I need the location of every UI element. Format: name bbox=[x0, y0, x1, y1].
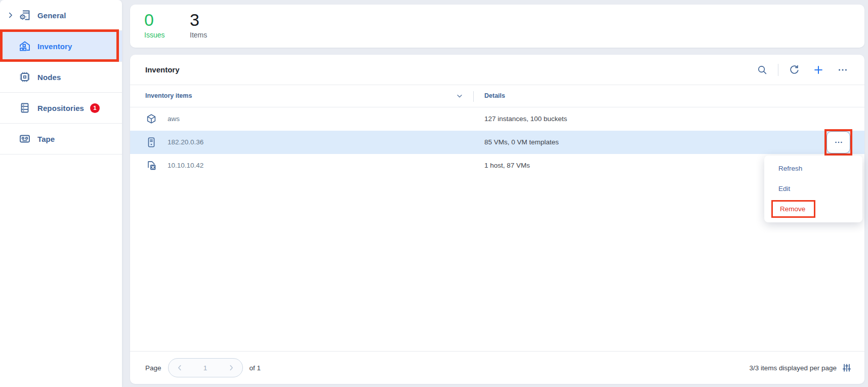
item-details: 127 instances, 100 buckets bbox=[484, 115, 567, 123]
sliders-icon[interactable] bbox=[842, 363, 851, 372]
chevron-right-icon[interactable] bbox=[7, 12, 14, 19]
item-name: aws bbox=[168, 115, 180, 123]
plus-icon bbox=[813, 64, 824, 75]
add-button[interactable] bbox=[810, 61, 827, 79]
column-divider bbox=[473, 91, 474, 102]
sidebar: General Inventory Nodes bbox=[0, 0, 122, 387]
items-count: 3 bbox=[190, 10, 235, 29]
chevron-down-icon[interactable] bbox=[456, 93, 463, 100]
items-label: Items bbox=[190, 31, 235, 39]
sidebar-item-nodes[interactable]: Nodes bbox=[0, 62, 122, 93]
column-header-inventory-items[interactable]: Inventory items bbox=[145, 92, 192, 99]
sidebar-item-label: Repositories bbox=[37, 104, 84, 112]
sidebar-item-tape[interactable]: Tape bbox=[0, 124, 122, 154]
tape-cassette-icon bbox=[18, 132, 31, 145]
row-actions-button[interactable] bbox=[826, 131, 850, 153]
page-of-label: of 1 bbox=[250, 364, 261, 372]
sidebar-item-label: General bbox=[37, 11, 66, 20]
refresh-icon bbox=[789, 64, 800, 75]
page-number-input[interactable] bbox=[195, 364, 216, 372]
menu-item-remove[interactable]: Remove bbox=[764, 199, 862, 219]
menu-item-label: Refresh bbox=[778, 165, 802, 172]
items-summary: 3/3 items displayed per page bbox=[749, 364, 837, 372]
sidebar-item-label: Inventory bbox=[37, 42, 72, 51]
cube-icon bbox=[145, 113, 157, 125]
sidebar-item-repositories[interactable]: Repositories 1 bbox=[0, 93, 122, 124]
sidebar-item-inventory[interactable]: Inventory bbox=[0, 31, 122, 62]
table-row-aws[interactable]: aws 127 instances, 100 buckets bbox=[130, 107, 864, 131]
search-icon bbox=[757, 64, 768, 75]
page-pill bbox=[168, 358, 243, 377]
item-name: 182.20.0.36 bbox=[168, 138, 203, 146]
column-header-details[interactable]: Details bbox=[484, 92, 505, 99]
menu-item-refresh[interactable]: Refresh bbox=[764, 158, 862, 178]
panel-header: Inventory bbox=[130, 55, 864, 85]
items-stat: 3 Items bbox=[190, 10, 235, 48]
summary-stats-card: 0 Issues 3 Items bbox=[130, 5, 864, 48]
page-title: Inventory bbox=[145, 65, 180, 74]
item-name: 10.10.10.42 bbox=[168, 162, 203, 169]
toolbar-divider bbox=[778, 64, 778, 76]
inventory-panel: Inventory bbox=[130, 55, 864, 384]
row-context-menu: Refresh Edit Remove bbox=[764, 156, 862, 222]
database-icon bbox=[18, 101, 31, 114]
item-details: 1 host, 87 VMs bbox=[484, 162, 530, 169]
annotation-box-remove: Remove bbox=[771, 200, 815, 218]
issues-stat: 0 Issues bbox=[144, 10, 190, 48]
menu-item-label: Edit bbox=[778, 185, 790, 192]
pagination: Page of 1 bbox=[145, 358, 261, 377]
search-button[interactable] bbox=[754, 61, 771, 79]
item-details: 85 VMs, 0 VM templates bbox=[484, 138, 559, 146]
refresh-button[interactable] bbox=[786, 61, 803, 79]
table-footer: Page of 1 3/3 items displayed per page bbox=[130, 351, 864, 384]
server-icon bbox=[145, 136, 157, 148]
more-actions-button[interactable] bbox=[834, 61, 851, 79]
items-per-page: 3/3 items displayed per page bbox=[749, 363, 851, 372]
table-row-182-20-0-36[interactable]: 182.20.0.36 85 VMs, 0 VM templates bbox=[130, 131, 864, 154]
issues-label: Issues bbox=[144, 31, 190, 39]
table-header-row: Inventory items Details bbox=[130, 85, 864, 107]
menu-item-edit[interactable]: Edit bbox=[764, 178, 862, 199]
ellipsis-icon bbox=[837, 64, 848, 75]
ellipsis-icon bbox=[834, 137, 844, 147]
sidebar-item-label: Tape bbox=[37, 135, 55, 143]
sidebar-item-label: Nodes bbox=[37, 73, 61, 82]
repositories-count-badge: 1 bbox=[90, 103, 100, 113]
warehouse-icon bbox=[18, 40, 31, 53]
page-label: Page bbox=[145, 364, 161, 372]
host-x-icon bbox=[145, 160, 157, 172]
table-row-10-10-10-42[interactable]: 10.10.10.42 1 host, 87 VMs bbox=[130, 154, 864, 177]
chip-icon bbox=[18, 70, 31, 84]
window-gear-icon bbox=[18, 9, 31, 22]
panel-toolbar bbox=[747, 61, 851, 79]
chevron-left-icon[interactable] bbox=[176, 364, 183, 371]
menu-item-label: Remove bbox=[780, 205, 805, 213]
sidebar-item-general[interactable]: General bbox=[0, 0, 122, 31]
issues-count: 0 bbox=[144, 10, 190, 29]
chevron-right-icon[interactable] bbox=[228, 364, 235, 371]
